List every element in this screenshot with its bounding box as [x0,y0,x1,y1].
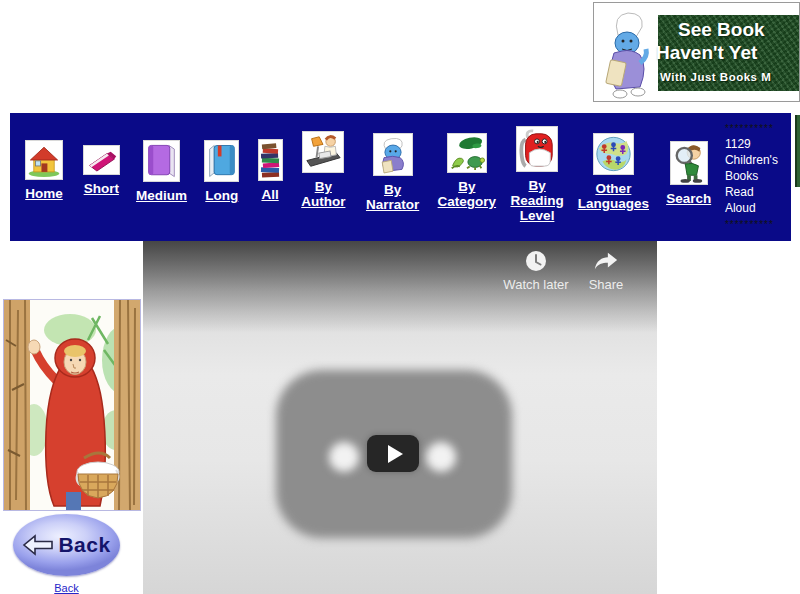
thumbnail-dot-left [329,442,359,472]
globe-people-icon [593,133,634,175]
nav-item-label: Medium [136,188,187,203]
nav-item-by-category[interactable]: By Category [434,113,500,209]
watch-later-label: Watch later [495,277,577,292]
nav-item-label: By Reading Level [508,178,566,223]
play-button[interactable] [367,435,419,472]
banner-line: Haven't Yet [656,42,757,64]
nav-item-medium[interactable]: Medium [133,113,191,203]
cut-off-side-image [795,115,800,187]
banner-ad[interactable]: See Book Haven't Yet With Just Books M [593,2,800,102]
writer-at-desk-icon [302,131,344,173]
animals-icon [447,133,487,173]
back-arrow-icon [22,533,54,557]
nav-item-other-languages[interactable]: Other Languages [574,113,652,211]
clock-icon [495,249,577,273]
main-navigation-bar: Home Short Medium [10,113,791,241]
smurf-with-book-icon [596,5,658,99]
nav-item-long[interactable]: Long [199,113,245,203]
nav-item-label: By Author [295,179,351,209]
watch-later-button[interactable]: Watch later [495,249,577,292]
nav-item-label: Long [205,188,238,203]
counter-line: Children's [725,152,783,168]
banner-line: With Just Books M [660,71,771,83]
nav-item-label: Other Languages [574,181,652,211]
nav-item-label: By Category [434,179,500,209]
counter-line: Aloud [725,200,783,216]
banner-line: See Book [678,19,765,41]
back-button[interactable]: Back [13,514,120,576]
counter-line: Books [725,168,783,184]
share-button[interactable]: Share [575,249,637,292]
counter-decor: ********** [725,123,774,134]
thumbnail-dot-right [426,442,456,472]
back-link-container: Back [13,578,120,594]
boy-magnifier-icon [670,141,708,185]
nav-item-by-author[interactable]: By Author [295,113,351,209]
red-backpack-icon [516,126,558,172]
page: See Book Haven't Yet With Just Books M H… [0,0,800,594]
nav-item-by-reading-level[interactable]: By Reading Level [508,113,566,223]
nav-item-label: Search [666,191,711,206]
nav-item-home[interactable]: Home [18,113,70,201]
nav-item-short[interactable]: Short [78,113,124,196]
nav-item-label: By Narrator [360,182,426,212]
banner-ad-text-panel: See Book Haven't Yet With Just Books M [658,15,800,91]
nav-item-label: Short [84,181,119,196]
back-link[interactable]: Back [54,582,78,594]
counter-line: Read [725,184,783,200]
smurf-reading-icon [373,133,413,176]
house-icon [25,140,63,180]
youtube-video-player[interactable]: Watch later Share [143,241,657,594]
nav-item-all[interactable]: All [253,113,287,202]
back-button-label: Back [58,533,110,557]
purple-book-icon [143,140,180,182]
counter-decor: ********** [725,219,774,230]
share-label: Share [575,277,637,292]
thin-pink-book-icon [83,145,120,175]
counter-line: 1129 [725,136,783,152]
share-arrow-icon [575,249,637,273]
nav-item-search[interactable]: Search [661,113,717,206]
book-stack-icon [258,139,283,181]
red-riding-hood-illustration [3,299,141,511]
books-counter: ********** 1129 Children's Books Read Al… [725,120,783,232]
nav-item-label: Home [25,186,63,201]
play-triangle-icon [388,445,403,463]
blue-book-icon [204,140,239,182]
nav-item-by-narrator[interactable]: By Narrator [360,113,426,212]
nav-item-label: All [261,187,278,202]
